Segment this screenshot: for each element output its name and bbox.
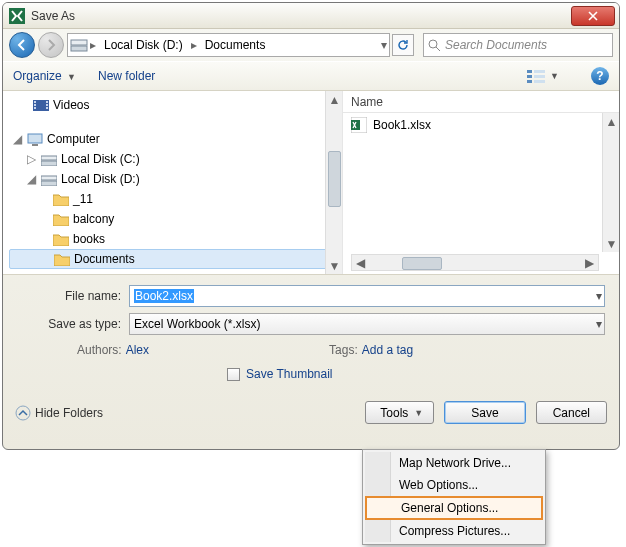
body-split: Videos ◢ Computer ▷ Local Disk (C:) ◢ Lo… bbox=[3, 91, 619, 275]
excel-file-icon bbox=[351, 117, 367, 133]
scroll-down-icon[interactable]: ▼ bbox=[326, 257, 343, 274]
chevron-down-icon[interactable]: ▾ bbox=[381, 38, 387, 52]
search-input[interactable]: Search Documents bbox=[423, 33, 613, 57]
excel-app-icon bbox=[9, 8, 25, 24]
toolbar: Organize ▼ New folder ▼ ? bbox=[3, 61, 619, 91]
drive-icon bbox=[70, 37, 88, 53]
folder-icon bbox=[53, 193, 69, 206]
new-folder-button[interactable]: New folder bbox=[98, 69, 155, 83]
tree-item-folder[interactable]: books bbox=[9, 229, 342, 249]
folder-icon bbox=[54, 253, 70, 266]
tree-item-folder[interactable]: balcony bbox=[9, 209, 342, 229]
folder-icon bbox=[53, 233, 69, 246]
svg-rect-16 bbox=[46, 107, 48, 109]
menu-item-general-options[interactable]: General Options... bbox=[365, 496, 543, 520]
svg-rect-12 bbox=[34, 104, 36, 106]
view-icon bbox=[527, 69, 545, 83]
refresh-button[interactable] bbox=[392, 34, 414, 56]
chevron-down-icon[interactable]: ▾ bbox=[596, 317, 602, 331]
tree-item-documents[interactable]: Documents bbox=[9, 249, 334, 269]
svg-rect-13 bbox=[34, 107, 36, 109]
tree-item-drive-d[interactable]: ◢ Local Disk (D:) bbox=[9, 169, 342, 189]
svg-rect-22 bbox=[41, 176, 57, 180]
footer: Hide Folders Tools▼ Save Cancel bbox=[3, 395, 619, 434]
svg-rect-21 bbox=[41, 181, 57, 186]
svg-rect-19 bbox=[41, 161, 57, 166]
breadcrumb-seg-drive[interactable]: Local Disk (D:) bbox=[98, 36, 189, 54]
tree-item-computer[interactable]: ◢ Computer bbox=[9, 129, 342, 149]
svg-point-3 bbox=[429, 40, 437, 48]
filename-input[interactable]: Book2.xlsx ▾ bbox=[129, 285, 605, 307]
folder-icon bbox=[53, 213, 69, 226]
svg-rect-20 bbox=[41, 156, 57, 160]
svg-rect-24 bbox=[351, 120, 360, 130]
svg-rect-7 bbox=[534, 70, 545, 73]
scroll-thumb[interactable] bbox=[328, 151, 341, 207]
svg-rect-17 bbox=[28, 134, 42, 143]
cancel-button[interactable]: Cancel bbox=[536, 401, 607, 424]
organize-menu[interactable]: Organize ▼ bbox=[13, 69, 76, 83]
forward-button[interactable] bbox=[38, 32, 64, 58]
column-header-name[interactable]: Name bbox=[343, 91, 619, 113]
svg-rect-5 bbox=[527, 75, 532, 78]
save-button[interactable]: Save bbox=[444, 401, 525, 424]
form-area: File name: Book2.xlsx ▾ Save as type: Ex… bbox=[3, 275, 619, 395]
help-button[interactable]: ? bbox=[591, 67, 609, 85]
save-thumbnail-checkbox[interactable] bbox=[227, 368, 240, 381]
tree-item-videos[interactable]: Videos bbox=[9, 95, 342, 115]
folder-tree[interactable]: Videos ◢ Computer ▷ Local Disk (C:) ◢ Lo… bbox=[3, 91, 343, 274]
nav-bar: ▸ Local Disk (D:) ▸ Documents ▾ Search D… bbox=[3, 29, 619, 61]
svg-rect-15 bbox=[46, 104, 48, 106]
address-bar[interactable]: ▸ Local Disk (D:) ▸ Documents ▾ bbox=[67, 33, 390, 57]
filename-value: Book2.xlsx bbox=[134, 289, 194, 303]
help-icon: ? bbox=[596, 69, 603, 83]
svg-rect-2 bbox=[71, 40, 87, 45]
chevron-down-icon[interactable]: ▾ bbox=[596, 289, 602, 303]
expand-icon[interactable]: ◢ bbox=[13, 132, 23, 146]
breadcrumb-seg-folder[interactable]: Documents bbox=[199, 36, 272, 54]
chevron-down-icon: ▼ bbox=[414, 408, 423, 418]
scroll-left-icon[interactable]: ◀ bbox=[352, 255, 369, 270]
close-button[interactable] bbox=[571, 6, 615, 26]
chevron-right-icon: ▸ bbox=[90, 38, 96, 52]
svg-rect-14 bbox=[46, 101, 48, 103]
file-item[interactable]: Book1.xlsx bbox=[343, 113, 619, 137]
expand-icon[interactable]: ▷ bbox=[27, 152, 37, 166]
refresh-icon bbox=[397, 39, 409, 51]
scroll-up-icon[interactable]: ▲ bbox=[603, 113, 620, 130]
scroll-up-icon[interactable]: ▲ bbox=[326, 91, 343, 108]
videos-icon bbox=[33, 99, 49, 112]
file-scrollbar-h[interactable]: ◀ ▶ bbox=[351, 254, 599, 271]
svg-rect-4 bbox=[527, 70, 532, 73]
save-as-dialog: Save As ▸ Local Disk (D:) ▸ Documents ▾ … bbox=[2, 2, 620, 450]
svg-rect-9 bbox=[534, 80, 545, 83]
file-scrollbar-v[interactable]: ▲ ▼ bbox=[602, 113, 619, 252]
window-title: Save As bbox=[31, 9, 75, 23]
svg-rect-6 bbox=[527, 80, 532, 83]
save-thumbnail-label: Save Thumbnail bbox=[246, 367, 333, 381]
tags-field[interactable]: Tags:Add a tag bbox=[329, 343, 413, 357]
menu-item-compress-pictures[interactable]: Compress Pictures... bbox=[365, 520, 543, 542]
tree-item-drive-c[interactable]: ▷ Local Disk (C:) bbox=[9, 149, 342, 169]
tree-item-folder[interactable]: _11 bbox=[9, 189, 342, 209]
titlebar: Save As bbox=[3, 3, 619, 29]
scroll-right-icon[interactable]: ▶ bbox=[581, 255, 598, 270]
authors-field[interactable]: Authors:Alex bbox=[77, 343, 149, 357]
scroll-thumb[interactable] bbox=[402, 257, 442, 270]
type-label: Save as type: bbox=[17, 317, 129, 331]
type-select[interactable]: Excel Workbook (*.xlsx) ▾ bbox=[129, 313, 605, 335]
tree-scrollbar[interactable]: ▲ ▼ bbox=[325, 91, 342, 274]
chevron-up-icon bbox=[15, 405, 31, 421]
arrow-right-icon bbox=[45, 39, 57, 51]
chevron-down-icon: ▼ bbox=[550, 71, 559, 81]
view-options-button[interactable]: ▼ bbox=[527, 69, 559, 83]
menu-item-web-options[interactable]: Web Options... bbox=[365, 474, 543, 496]
tools-button[interactable]: Tools▼ bbox=[365, 401, 434, 424]
scroll-down-icon[interactable]: ▼ bbox=[603, 235, 620, 252]
hide-folders-button[interactable]: Hide Folders bbox=[15, 405, 103, 421]
menu-item-map-drive[interactable]: Map Network Drive... bbox=[365, 452, 543, 474]
search-icon bbox=[428, 39, 441, 52]
back-button[interactable] bbox=[9, 32, 35, 58]
expand-icon[interactable]: ◢ bbox=[27, 172, 37, 186]
drive-icon bbox=[41, 153, 57, 166]
